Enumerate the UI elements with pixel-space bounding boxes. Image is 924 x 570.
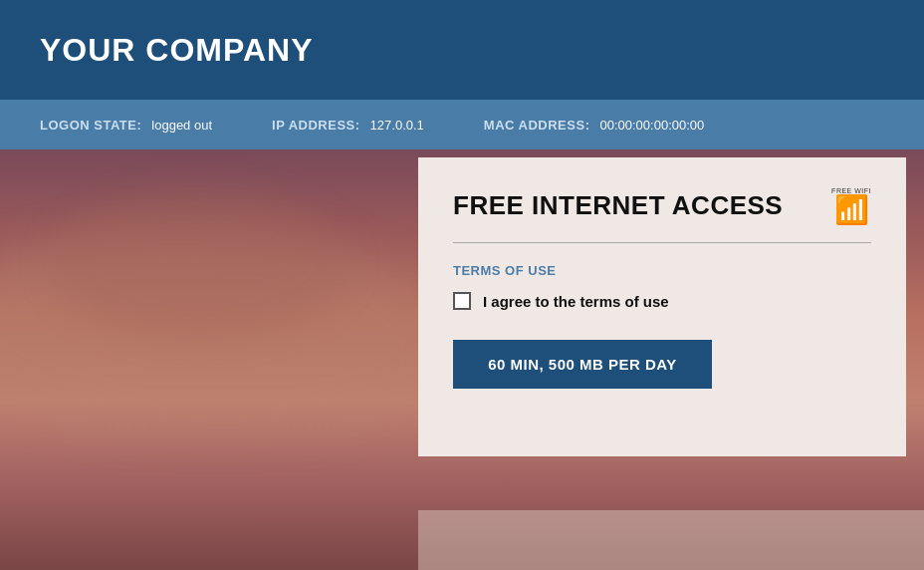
app-header: YOUR COMPANY: [0, 0, 924, 100]
connect-button[interactable]: 60 MIN, 500 MB PER DAY: [453, 340, 712, 389]
ip-address-value: 127.0.0.1: [370, 118, 424, 133]
wifi-icon: 📶: [834, 196, 869, 224]
agree-text: I agree to the terms of use: [483, 293, 669, 310]
mac-address-item: MAC ADDRESS: 00:00:00:00:00:00: [484, 118, 704, 133]
card-header-row: FREE INTERNET ACCESS FREE WIFI 📶: [453, 187, 871, 224]
ip-address-label: IP ADDRESS:: [272, 118, 360, 133]
company-name: YOUR COMPANY: [40, 32, 314, 69]
mac-address-label: MAC ADDRESS:: [484, 118, 590, 133]
wifi-icon-container: FREE WIFI 📶: [831, 187, 871, 224]
card-divider: [453, 242, 871, 243]
status-bar: LOGON STATE: logged out IP ADDRESS: 127.…: [0, 100, 924, 149]
terms-heading: TERMS OF USE: [453, 263, 871, 278]
logon-state-item: LOGON STATE: logged out: [40, 118, 212, 133]
agree-checkbox[interactable]: [453, 292, 471, 310]
bottom-panel: [418, 510, 924, 570]
wifi-label: FREE WIFI: [831, 187, 871, 194]
ip-address-item: IP ADDRESS: 127.0.0.1: [272, 118, 424, 133]
main-area: FREE INTERNET ACCESS FREE WIFI 📶 TERMS O…: [0, 149, 924, 570]
access-card: FREE INTERNET ACCESS FREE WIFI 📶 TERMS O…: [418, 157, 906, 456]
logon-state-label: LOGON STATE:: [40, 118, 141, 133]
agree-row[interactable]: I agree to the terms of use: [453, 292, 871, 310]
logon-state-value: logged out: [151, 118, 212, 133]
card-title: FREE INTERNET ACCESS: [453, 190, 783, 221]
mac-address-value: 00:00:00:00:00:00: [599, 118, 704, 133]
